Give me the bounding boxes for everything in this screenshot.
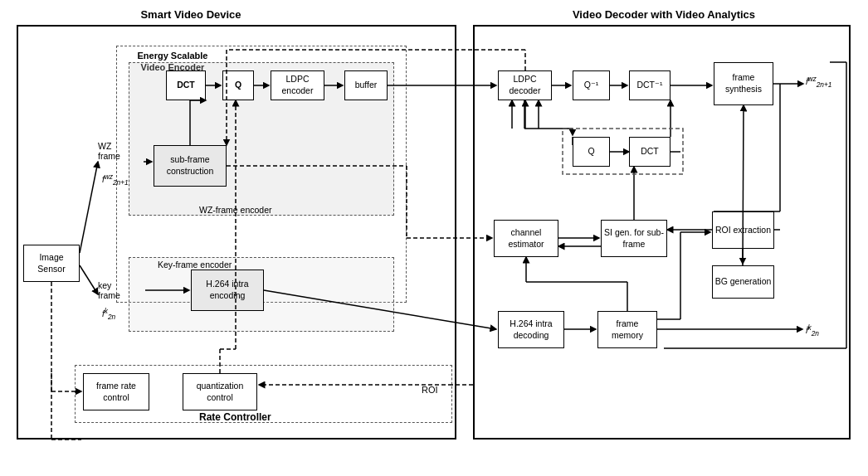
dct-inv-block: DCT⁻¹ <box>629 70 671 100</box>
title-right: Video Decoder with Video Analytics <box>490 8 838 21</box>
bg-generation-block: BG generation <box>712 265 774 299</box>
q-block: Q <box>222 70 254 100</box>
wz-frame-label: WZ-frame encoder <box>199 205 272 215</box>
sub-frame-block: sub-frame construction <box>154 145 227 187</box>
image-sensor-block: Image Sensor <box>23 245 80 282</box>
diagram: Smart Video Device Video Decoder with Vi… <box>0 0 868 476</box>
frame-synthesis-block: frame synthesis <box>714 62 773 105</box>
roi-extraction-block: ROI extraction <box>712 211 774 249</box>
title-left: Smart Video Device <box>66 8 315 21</box>
wz-frame-text: WZ frame <box>98 141 144 161</box>
roi-label: ROI <box>422 385 438 395</box>
key-frame-label: Key-frame encoder <box>158 260 232 270</box>
f-k-left: fk2n <box>102 307 115 321</box>
f-wz-left: fwz2n+1 <box>102 172 129 187</box>
key-frame-text: key frame <box>98 280 144 300</box>
rate-controller-label: Rate Controller <box>199 411 271 423</box>
q-inv-block: Q⁻¹ <box>573 70 610 100</box>
q2-block: Q <box>573 137 610 167</box>
channel-estimator-block: channel estimator <box>494 220 558 257</box>
dct-block: DCT <box>166 70 206 100</box>
quant-control-block: quantization control <box>183 373 257 410</box>
ldpc-encoder-block: LDPC encoder <box>271 70 324 100</box>
buffer-block: buffer <box>344 70 388 100</box>
frame-rate-block: frame rate control <box>83 373 149 410</box>
h264-dec-block: H.264 intra decoding <box>498 311 564 348</box>
dct2-block: DCT <box>629 137 671 167</box>
frame-memory-block: frame memory <box>597 311 657 348</box>
f-wz-right: f̃wz2n+1 <box>805 75 831 89</box>
si-gen-block: SI gen. for sub-frame <box>601 220 667 257</box>
f-k-right: f̃k2n <box>805 323 819 338</box>
h264-enc-block: H.264 intra encoding <box>191 270 264 311</box>
ldpc-decoder-block: LDPC decoder <box>498 70 552 100</box>
